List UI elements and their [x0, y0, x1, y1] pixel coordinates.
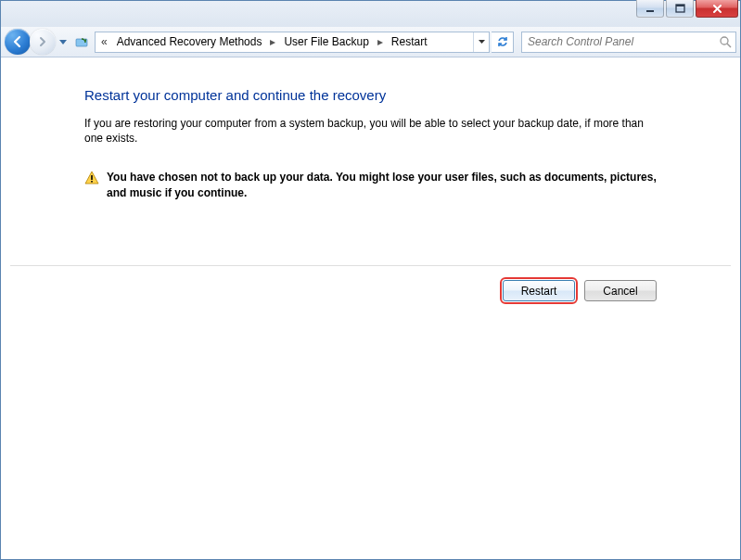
breadcrumb-seg-restart[interactable]: Restart: [388, 35, 431, 48]
breadcrumb-seg-advanced-recovery[interactable]: Advanced Recovery Methods: [113, 35, 266, 48]
warning-text: You have chosen not to back up your data…: [107, 170, 657, 199]
breadcrumb[interactable]: « Advanced Recovery Methods ▸ User File …: [95, 32, 490, 53]
minimize-button[interactable]: [636, 0, 664, 18]
warning-icon: [84, 171, 99, 185]
search-input[interactable]: [526, 34, 719, 49]
restart-button[interactable]: Restart: [503, 280, 575, 301]
search-box[interactable]: [521, 32, 736, 53]
navigation-bar: « Advanced Recovery Methods ▸ User File …: [1, 27, 740, 57]
breadcrumb-separator-icon[interactable]: ▸: [373, 35, 388, 48]
svg-rect-6: [91, 175, 93, 180]
breadcrumb-dropdown[interactable]: [473, 32, 489, 52]
window-controls: [636, 0, 738, 18]
svg-rect-7: [91, 181, 93, 183]
cancel-button[interactable]: Cancel: [584, 280, 657, 301]
page-description: If you are restoring your computer from …: [84, 116, 657, 146]
maximize-button[interactable]: [666, 0, 694, 18]
nav-forward-button[interactable]: [30, 29, 56, 55]
breadcrumb-seg-user-file-backup[interactable]: User File Backup: [280, 35, 372, 48]
divider: [10, 265, 731, 266]
titlebar: [1, 1, 740, 27]
svg-rect-2: [676, 5, 684, 6]
control-panel-window: « Advanced Recovery Methods ▸ User File …: [0, 0, 741, 560]
button-row: Restart Cancel: [503, 280, 657, 301]
svg-rect-0: [646, 10, 654, 12]
content-area: Restart your computer and continue the r…: [1, 57, 740, 559]
breadcrumb-separator-icon[interactable]: ▸: [265, 35, 280, 48]
breadcrumb-overflow-icon[interactable]: «: [96, 35, 113, 48]
nav-back-button[interactable]: [5, 29, 31, 55]
warning-block: You have chosen not to back up your data…: [84, 170, 657, 199]
svg-line-5: [727, 44, 731, 47]
svg-point-4: [721, 37, 728, 45]
refresh-button[interactable]: [492, 32, 514, 53]
recovery-icon: [74, 34, 89, 49]
page-heading: Restart your computer and continue the r…: [84, 87, 657, 103]
search-icon[interactable]: [719, 35, 732, 48]
nav-history-dropdown[interactable]: [57, 33, 69, 50]
close-button[interactable]: [696, 0, 738, 18]
